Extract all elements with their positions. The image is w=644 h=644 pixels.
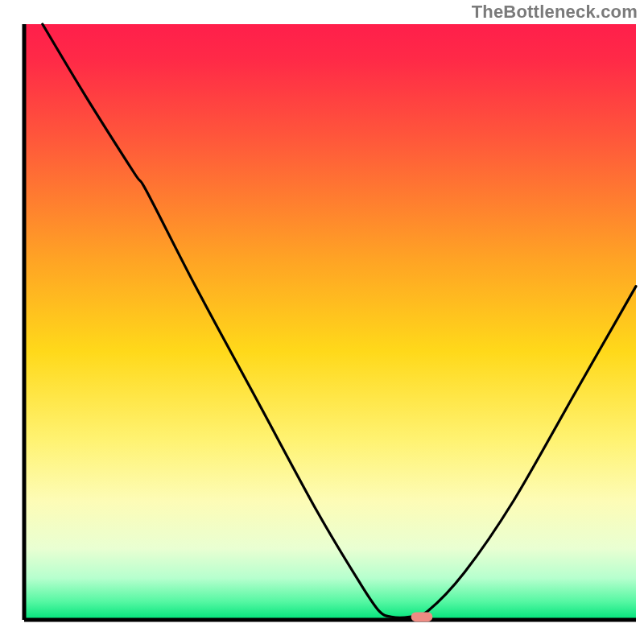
chart-svg — [0, 0, 644, 644]
bottleneck-chart: TheBottleneck.com — [0, 0, 644, 644]
watermark-text: TheBottleneck.com — [472, 2, 638, 23]
gradient-background — [24, 24, 636, 620]
optimal-marker — [411, 612, 433, 621]
